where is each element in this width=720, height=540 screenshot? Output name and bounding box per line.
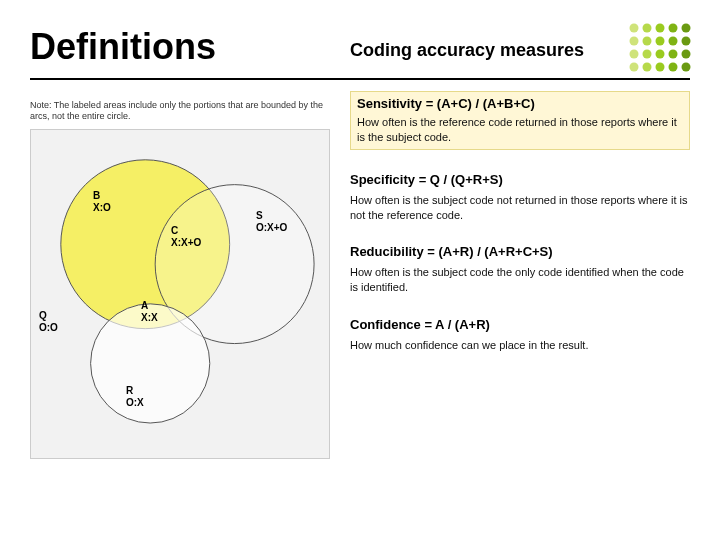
venn-label-C: C X:X+O bbox=[171, 225, 201, 249]
venn-svg bbox=[31, 130, 329, 458]
svg-point-0 bbox=[630, 24, 639, 33]
venn-note: Note: The labeled areas include only the… bbox=[30, 100, 330, 123]
measure-specificity: Specificity = Q / (Q+R+S) How often is t… bbox=[350, 172, 690, 223]
measure-reducibility: Reducibility = (A+R) / (A+R+C+S) How oft… bbox=[350, 244, 690, 295]
venn-label-R: R O:X bbox=[126, 385, 144, 409]
venn-label-B: B X:O bbox=[93, 190, 111, 214]
desc: How often is the subject code the only c… bbox=[350, 265, 690, 295]
right-column: Coding accuracy measures Sensitivity = (… bbox=[350, 40, 690, 375]
left-column: Note: The labeled areas include only the… bbox=[30, 100, 330, 459]
measure-sensitivity: Sensitivity = (A+C) / (A+B+C) How often … bbox=[350, 91, 690, 150]
formula: Reducibility = (A+R) / (A+R+C+S) bbox=[350, 244, 690, 259]
measure-confidence: Confidence = A / (A+R) How much confiden… bbox=[350, 317, 690, 353]
formula: Specificity = Q / (Q+R+S) bbox=[350, 172, 690, 187]
venn-label-Q: Q O:O bbox=[39, 310, 58, 334]
venn-diagram: B X:O C X:X+O S O:X+O Q O:O A X:X R O:X bbox=[30, 129, 330, 459]
svg-point-4 bbox=[682, 24, 691, 33]
desc: How often is the reference code returned… bbox=[357, 115, 683, 145]
slide: Definitions Note: The labeled areas incl… bbox=[0, 0, 720, 540]
desc: How much confidence can we place in the … bbox=[350, 338, 690, 353]
formula: Confidence = A / (A+R) bbox=[350, 317, 690, 332]
subtitle: Coding accuracy measures bbox=[350, 40, 690, 61]
formula: Sensitivity = (A+C) / (A+B+C) bbox=[357, 96, 683, 111]
svg-point-2 bbox=[656, 24, 665, 33]
venn-label-A: A X:X bbox=[141, 300, 158, 324]
venn-label-S: S O:X+O bbox=[256, 210, 287, 234]
svg-point-1 bbox=[643, 24, 652, 33]
svg-point-3 bbox=[669, 24, 678, 33]
desc: How often is the subject code not return… bbox=[350, 193, 690, 223]
